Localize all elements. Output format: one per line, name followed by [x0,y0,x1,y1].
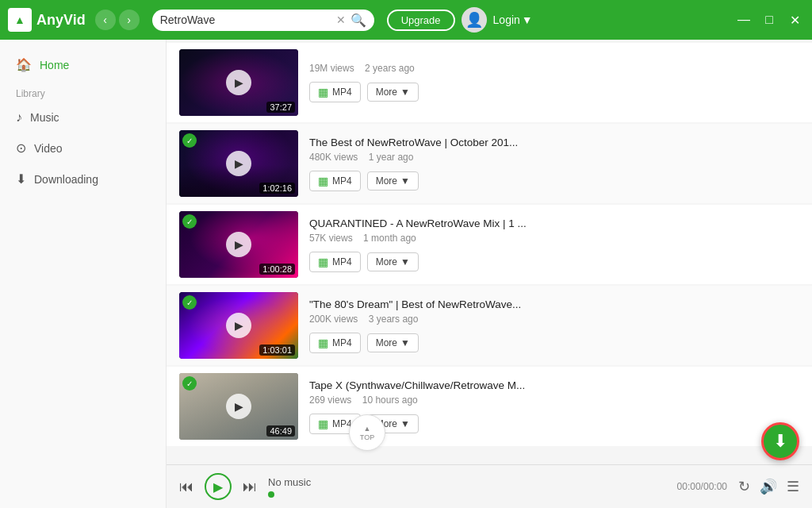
video-meta-3: 57K views 1 month ago [309,233,799,244]
video-age-3: 1 month ago [363,233,416,244]
video-views-2: 480K views [309,152,358,163]
download-icon: ⬇ [16,171,26,187]
player-bar: ⏮ ▶ ⏭ No music 00:00/00:00 ↻ 🔊 ☰ [167,464,812,508]
check-badge-4: ✓ [182,295,197,310]
titlebar: ▲ AnyVid ‹ › ✕ 🔍 Upgrade 👤 Login ▼ — □ ✕ [0,0,812,40]
video-age-2: 1 year ago [369,152,414,163]
video-title-3: QUARANTINED - A NewRetroWave Mix | 1 ... [309,217,799,229]
duration-1: 37:27 [266,102,295,113]
video-title-4: "The 80's Dream" | Best of NewRetroWave.… [309,298,799,310]
mp4-icon-4: ▦ [318,337,328,349]
mp4-icon-2: ▦ [318,175,328,187]
play-button-5[interactable]: ▶ [226,394,251,419]
repeat-button[interactable]: ↻ [738,478,750,495]
play-button-3[interactable]: ▶ [226,232,251,257]
video-list: ▶ 37:27 19M views 2 years ago ▦ MP4 [167,40,812,464]
video-age-5: 10 hours ago [362,394,418,406]
video-info-4: "The 80's Dream" | Best of NewRetroWave.… [309,298,799,353]
queue-button[interactable]: ☰ [787,478,799,495]
search-input[interactable] [160,13,331,26]
play-pause-button[interactable]: ▶ [205,473,232,500]
video-views-1: 19M views [309,63,354,74]
clear-icon[interactable]: ✕ [336,13,346,26]
video-meta-4: 200K views 3 years ago [309,314,799,325]
nav-arrows: ‹ › [95,10,140,30]
video-meta-2: 480K views 1 year ago [309,152,799,163]
music-icon: ♪ [16,110,22,125]
main-layout: 🏠 Home Library ♪ Music ⊙ Video ⬇ Downloa… [0,40,812,508]
sidebar-item-home[interactable]: 🏠 Home [0,49,166,80]
sidebar-video-label: Video [34,142,63,155]
upgrade-button[interactable]: Upgrade [387,10,455,31]
sidebar-item-video[interactable]: ⊙ Video [0,133,166,164]
avatar: 👤 [462,7,487,33]
mp4-icon-1: ▦ [318,86,328,98]
video-info-2: The Best of NewRetroWave | October 201..… [309,137,799,191]
check-badge-5: ✓ [182,376,197,391]
video-actions-3: ▦ MP4 More ▼ [309,252,799,272]
chevron-icon-2: ▼ [400,175,410,187]
video-age-4: 3 years ago [369,314,419,325]
window-controls: — □ ✕ [734,10,804,29]
volume-button[interactable]: 🔊 [760,478,777,495]
video-views-5: 269 views [309,394,351,406]
video-meta-5: 269 views 10 hours ago [309,394,799,406]
playing-indicator [268,491,274,498]
chevron-icon-1: ▼ [400,87,410,98]
download-fab-button[interactable]: ⬇ [761,422,799,460]
previous-button[interactable]: ⏮ [179,479,193,495]
table-row: ✓ ▶ 1:02:16 The Best of NewRetroWave | O… [167,124,812,203]
play-button-4[interactable]: ▶ [226,313,251,338]
video-views-3: 57K views [309,233,353,244]
nav-back-button[interactable]: ‹ [95,10,116,30]
time-display: 00:00/00:00 [677,481,727,492]
search-bar: ✕ 🔍 [152,10,374,31]
thumbnail-3: ✓ ▶ 1:00:28 [179,211,298,278]
search-icon[interactable]: 🔍 [350,13,366,28]
sidebar-downloading-label: Downloading [34,173,98,186]
video-actions-2: ▦ MP4 More ▼ [309,171,799,191]
table-row: ✓ ▶ 1:00:28 QUARANTINED - A NewRetroWave… [167,205,812,284]
video-title-5: Tape X (Synthwave/Chillwave/Retrowave M.… [309,379,799,391]
video-age-1: 2 years ago [365,63,415,74]
nav-forward-button[interactable]: › [119,10,140,30]
sidebar-item-music[interactable]: ♪ Music [0,102,166,133]
check-badge-2: ✓ [182,133,197,148]
check-badge-3: ✓ [182,214,197,229]
more-button-1[interactable]: More ▼ [367,83,419,102]
mp4-button-4[interactable]: ▦ MP4 [309,333,361,353]
login-button[interactable]: Login ▼ [493,13,533,26]
maximize-button[interactable]: □ [760,10,779,29]
sidebar-item-downloading[interactable]: ⬇ Downloading [0,164,166,194]
library-section-label: Library [0,80,166,102]
home-icon: 🏠 [16,57,32,72]
scroll-to-top-button[interactable]: ▲ TOP [349,414,385,451]
chevron-icon-4: ▼ [400,337,410,348]
duration-3: 1:00:28 [259,264,295,275]
thumbnail-5: ✓ ▶ 46:49 [179,373,298,440]
mp4-button-3[interactable]: ▦ MP4 [309,252,361,272]
next-button[interactable]: ⏭ [243,479,257,495]
app-name: AnyVid [36,12,86,29]
sidebar-home-label: Home [40,59,69,71]
download-fab-icon: ⬇ [773,431,787,452]
thumbnail-1: ▶ 37:27 [179,49,298,116]
video-title-2: The Best of NewRetroWave | October 201..… [309,137,799,148]
close-button[interactable]: ✕ [785,10,804,29]
player-controls-right: ↻ 🔊 ☰ [738,478,799,495]
content-area: ▶ 37:27 19M views 2 years ago ▦ MP4 [167,40,812,508]
mp4-button-2[interactable]: ▦ MP4 [309,171,361,191]
more-button-2[interactable]: More ▼ [367,171,419,190]
more-button-3[interactable]: More ▼ [367,252,419,271]
video-views-4: 200K views [309,314,358,325]
video-actions-4: ▦ MP4 More ▼ [309,333,799,353]
thumbnail-4: ✓ ▶ 1:03:01 [179,292,298,359]
play-button-1[interactable]: ▶ [226,70,251,95]
mp4-button-1[interactable]: ▦ MP4 [309,82,361,102]
now-playing: No music [268,476,311,498]
more-button-4[interactable]: More ▼ [367,333,419,352]
table-row: ✓ ▶ 46:49 Tape X (Synthwave/Chillwave/Re… [167,367,812,446]
video-info-1: 19M views 2 years ago ▦ MP4 More ▼ [309,63,799,102]
minimize-button[interactable]: — [734,10,753,29]
play-button-2[interactable]: ▶ [226,151,251,176]
